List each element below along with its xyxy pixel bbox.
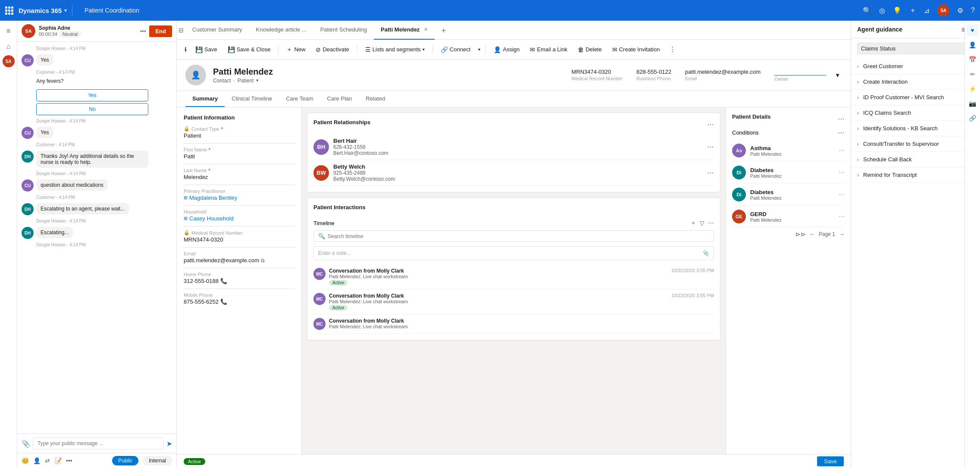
far-icon-heart[interactable]: ♥ [967, 24, 979, 36]
phone-icon-1[interactable]: 📞 [220, 278, 227, 284]
note-icon[interactable]: 📝 [54, 457, 62, 464]
timeline-search-input[interactable] [328, 233, 709, 239]
tab-customer-summary[interactable]: Customer Summary [185, 21, 249, 40]
guidance-id-proof[interactable]: › ID Proof Customer - MVI Search ⊞ [851, 90, 980, 105]
create-invitation-button[interactable]: ✉ Create Invitation [608, 44, 664, 55]
page-next-button[interactable]: → [839, 231, 845, 238]
end-button[interactable]: End [149, 25, 172, 37]
public-tab[interactable]: Public [112, 456, 138, 465]
lightbulb-icon[interactable]: 💡 [893, 6, 902, 15]
connect-button[interactable]: 🔗 Connect [436, 44, 475, 55]
record-tab-summary[interactable]: Summary [185, 91, 225, 107]
owner-input[interactable] [774, 69, 826, 75]
send-button[interactable]: ➤ [166, 440, 172, 448]
lists-segments-button[interactable]: ☰ Lists and segments ▾ [361, 44, 429, 55]
add-tab-button[interactable]: ＋ [435, 21, 453, 40]
transfer-icon[interactable]: ⇄ [45, 457, 50, 464]
chat-options-icon[interactable]: ••• [140, 28, 146, 35]
tab-close-icon[interactable]: ✕ [424, 27, 428, 32]
chat-bubble-meds: question about medications [36, 179, 108, 191]
guidance-identify-solutions[interactable]: › Identify Solutions - KB Search 📄 [851, 121, 980, 136]
filter-icon[interactable]: ⊿ [924, 6, 930, 15]
guidance-schedule-callback[interactable]: › Schedule Call Back 📄 [851, 152, 980, 167]
attachment-icon-tl[interactable]: 📎 [703, 250, 709, 256]
guidance-greet-customer[interactable]: › Greet Customer ⊟ [851, 59, 980, 74]
record-tab-clinical[interactable]: Clinical Timeline [225, 91, 279, 107]
rel-more-2-icon[interactable]: ⋯ [707, 169, 714, 177]
email-copy-icon[interactable]: ⧉ [261, 258, 265, 264]
tab-knowledge-article[interactable]: Knowledge article ... [249, 21, 313, 40]
cond-more-di1-icon[interactable]: ⋯ [839, 169, 845, 176]
record-tab-related[interactable]: Related [359, 91, 392, 107]
assign-button[interactable]: 👤 Assign [489, 44, 524, 55]
timeline-filter-button[interactable]: ▽ [700, 220, 704, 226]
cond-more-ge-icon[interactable]: ⋯ [839, 213, 845, 220]
conditions-more-icon[interactable]: ⋯ [838, 129, 845, 137]
tab-patti-melendez[interactable]: Patti Melendez ✕ [374, 21, 435, 40]
cond-more-as-icon[interactable]: ⋯ [839, 147, 845, 154]
guidance-icq-claims[interactable]: › ICQ Claims Search ⊟ [851, 105, 980, 121]
email-link-button[interactable]: ✉ Email a Link [526, 44, 572, 55]
rel-more-1-icon[interactable]: ⋯ [707, 143, 714, 151]
brand-chevron[interactable]: ▾ [64, 8, 67, 13]
record-tab-care-plan[interactable]: Care Plan [320, 91, 359, 107]
choice-no[interactable]: No [36, 103, 148, 115]
tl-date-2: 10/22/2020 3:55 PM [671, 293, 714, 298]
claims-status-select[interactable]: Claims Status [857, 43, 974, 54]
new-button[interactable]: ＋ New [282, 44, 310, 56]
user-avatar-side[interactable]: SA [3, 55, 15, 67]
toolbar-back-icon[interactable]: ℹ [182, 44, 189, 55]
mobile-phone-label: Mobile Phone [184, 292, 294, 298]
far-icon-lightning[interactable]: ⚡ [967, 83, 979, 95]
settings-icon[interactable]: ⚙ [957, 6, 963, 15]
hamburger-icon[interactable]: ≡ [2, 24, 16, 38]
page-first-button[interactable]: ⊳⊳ [795, 231, 806, 238]
guidance-create-interaction[interactable]: › Create Interaction ⊟ [851, 74, 980, 90]
person-icon[interactable]: 👤 [33, 457, 41, 464]
deactivate-button[interactable]: ⊘ Deactivate [311, 44, 353, 55]
emoji-icon[interactable]: 😊 [22, 457, 29, 464]
rel-info-1: Bert Hair 626-432-1558 Bert.Hair@contoso… [333, 138, 703, 156]
active-badge-1: Active [329, 280, 348, 286]
relationships-more-icon[interactable]: ⋯ [707, 120, 714, 129]
record-tab-care-team[interactable]: Care Team [279, 91, 320, 107]
cond-more-di2-icon[interactable]: ⋯ [839, 191, 845, 198]
collapse-button[interactable]: ⊟ [177, 21, 185, 40]
guidance-remind-transcript[interactable]: › Remind for Transcript ⊟ [851, 167, 980, 183]
save-bottom-button[interactable]: Save [817, 456, 844, 466]
user-avatar[interactable]: SA [937, 4, 949, 16]
timeline-item-2: MC Conversation from Molly Clark Patti M… [313, 289, 714, 314]
chat-input[interactable] [33, 437, 164, 449]
delete-button[interactable]: 🗑 Delete [573, 44, 606, 55]
save-close-button[interactable]: 💾 Save & Close [223, 44, 275, 55]
far-icon-calendar[interactable]: 📅 [967, 53, 979, 66]
far-icon-link[interactable]: 🔗 [967, 112, 979, 124]
subtitle-chevron-icon[interactable]: ▾ [256, 78, 259, 83]
phone-icon-2[interactable]: 📞 [220, 298, 227, 305]
patient-details-more-icon[interactable]: ⋯ [838, 115, 845, 123]
primary-pract-value[interactable]: ⊞ Magdalena Bentley [184, 195, 294, 201]
far-icon-person[interactable]: 👤 [967, 39, 979, 51]
save-button[interactable]: 💾 Save [191, 44, 222, 55]
far-icon-pencil[interactable]: ✏ [967, 68, 979, 80]
plus-icon[interactable]: ＋ [909, 6, 916, 15]
connect-more-button[interactable]: ▾ [476, 45, 482, 54]
search-nav-icon[interactable]: 🔍 [863, 6, 871, 15]
guidance-consult-transfer[interactable]: › Consult/Transfer to Supervisor ⊟ [851, 136, 980, 152]
timeline-add-button[interactable]: ＋ [690, 219, 696, 227]
waffle-icon[interactable] [5, 6, 13, 15]
choice-yes[interactable]: Yes [36, 89, 148, 101]
far-icon-camera[interactable]: 📷 [967, 97, 979, 110]
household-value[interactable]: ⊞ Casey Household [184, 215, 294, 222]
agent-avatar: SA [22, 24, 35, 38]
help-icon[interactable]: ? [971, 6, 975, 14]
internal-tab[interactable]: Internal [143, 456, 172, 465]
target-icon[interactable]: ◎ [879, 6, 885, 15]
timeline-more-button[interactable]: ⋯ [708, 220, 714, 226]
dots-bottom-icon[interactable]: ••• [66, 457, 72, 464]
home-icon[interactable]: ⌂ [2, 40, 16, 53]
page-prev-button[interactable]: ← [809, 231, 815, 238]
toolbar-more-button[interactable]: ⋮ [666, 43, 679, 56]
expand-header-button[interactable]: ▼ [833, 70, 842, 80]
tab-patient-scheduling[interactable]: Patient Scheduling [313, 21, 374, 40]
